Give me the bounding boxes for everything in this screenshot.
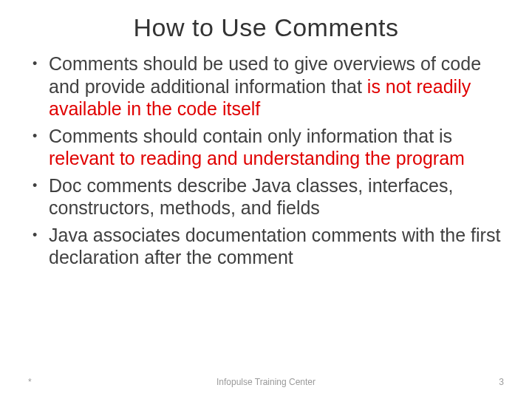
footer-org: Infopulse Training Center	[87, 377, 445, 387]
text-plain: Java associates documentation comments w…	[49, 225, 500, 268]
footer: * Infopulse Training Center 3	[0, 377, 532, 387]
bullet-icon: •	[28, 174, 49, 194]
page-number: 3	[445, 377, 504, 387]
list-item: • Java associates documentation comments…	[28, 224, 504, 269]
list-item: • Comments should contain only informati…	[28, 125, 504, 170]
text-plain: Doc comments describe Java classes, inte…	[49, 175, 453, 219]
text-highlight: relevant to reading and understanding th…	[49, 148, 465, 168]
list-item: • Comments should be used to give overvi…	[28, 52, 504, 120]
bullet-icon: •	[28, 52, 49, 72]
slide-title: How to Use Comments	[28, 13, 504, 42]
footer-date: *	[28, 377, 87, 387]
bullet-text: Doc comments describe Java classes, inte…	[49, 174, 504, 219]
bullet-icon: •	[28, 125, 49, 145]
bullet-text: Comments should contain only information…	[49, 125, 504, 170]
bullet-icon: •	[28, 224, 49, 244]
bullet-text: Java associates documentation comments w…	[49, 224, 504, 269]
bullet-text: Comments should be used to give overview…	[49, 52, 504, 120]
text-plain: Comments should contain only information…	[49, 126, 452, 146]
slide: How to Use Comments • Comments should be…	[0, 0, 532, 399]
bullet-list: • Comments should be used to give overvi…	[28, 52, 504, 269]
list-item: • Doc comments describe Java classes, in…	[28, 174, 504, 219]
